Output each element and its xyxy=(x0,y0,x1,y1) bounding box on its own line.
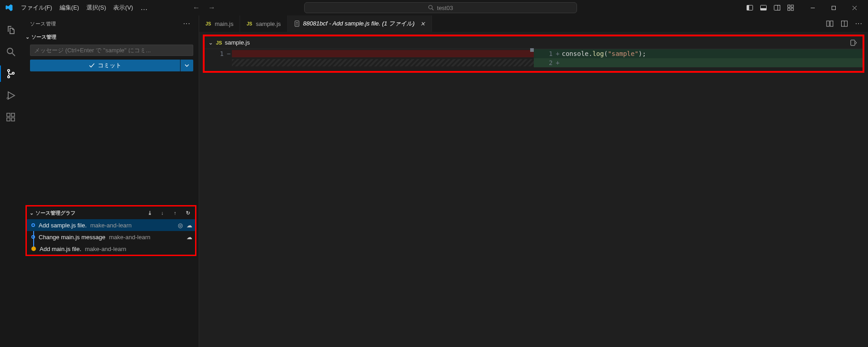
open-file-icon[interactable] xyxy=(850,39,857,46)
open-changes-icon[interactable] xyxy=(826,20,833,27)
sidebar-title: ソース管理 ··· xyxy=(22,15,199,32)
search-icon xyxy=(428,5,434,11)
head-ref-icon: ◎ xyxy=(178,222,183,229)
scm-graph-panel: ⌄ ソース管理グラフ ⤓ ↓ ↑ ↻ Add sample.js file. m… xyxy=(25,205,196,256)
svg-rect-6 xyxy=(774,5,780,10)
svg-rect-3 xyxy=(747,5,749,10)
commit-message: Change main.js message xyxy=(39,234,105,241)
commit-dropdown[interactable] xyxy=(181,60,193,71)
vscode-icon xyxy=(4,2,15,13)
sidebar-title-label: ソース管理 xyxy=(30,20,56,27)
editor-area: JS main.js JS sample.js 88081bcf - Add s… xyxy=(199,15,868,347)
graph-action-refresh-icon[interactable]: ↻ xyxy=(183,210,192,216)
sidebar: ソース管理 ··· ⌄ ソース管理 コミット ⌄ xyxy=(22,15,199,347)
diff-file-header[interactable]: ⌄ JS sample.js xyxy=(205,36,863,49)
window-minimize[interactable] xyxy=(803,0,823,15)
window-maximize[interactable] xyxy=(823,0,844,15)
js-file-icon: JS xyxy=(216,40,222,45)
svg-point-19 xyxy=(8,76,10,78)
menu-bar: ファイル(F) 編集(E) 選択(S) 表示(V) … xyxy=(17,0,152,15)
commit-message-input[interactable] xyxy=(30,45,193,56)
menu-select[interactable]: 選択(S) xyxy=(83,0,110,15)
commit-area: コミット xyxy=(22,42,199,75)
scm-graph-row[interactable]: Add main.js file. make-and-learn xyxy=(27,243,195,255)
commit-dot-icon xyxy=(31,223,35,227)
activity-extensions[interactable] xyxy=(0,106,22,128)
nav-forward[interactable]: → xyxy=(208,0,216,15)
activity-source-control[interactable] xyxy=(0,63,22,85)
js-file-icon: JS xyxy=(246,21,252,26)
graph-action-pull-icon[interactable]: ↓ xyxy=(158,210,167,216)
commit-button-label: コミット xyxy=(98,61,121,70)
commit-author: make-and-learn xyxy=(85,246,126,252)
title-actions xyxy=(743,0,865,15)
svg-line-1 xyxy=(432,9,434,10)
scm-section-label: ソース管理 xyxy=(31,34,56,40)
workbench: ソース管理 ··· ⌄ ソース管理 コミット ⌄ xyxy=(0,15,868,347)
svg-point-18 xyxy=(8,70,10,71)
menu-view[interactable]: 表示(V) xyxy=(110,0,136,15)
plus-marker: + xyxy=(555,59,561,66)
activity-run-debug[interactable] xyxy=(0,85,22,106)
chevron-down-icon: ⌄ xyxy=(30,210,34,216)
minus-marker: − xyxy=(226,50,232,57)
close-icon[interactable]: ✕ xyxy=(420,20,425,27)
menu-file[interactable]: ファイル(F) xyxy=(17,0,56,15)
commit-button[interactable]: コミット xyxy=(30,60,180,71)
js-file-icon: JS xyxy=(206,21,211,26)
window-close[interactable] xyxy=(844,0,865,15)
commit-message: Add sample.js file. xyxy=(39,222,87,229)
tab-mainjs[interactable]: JS main.js xyxy=(199,15,240,32)
plus-marker: + xyxy=(555,50,561,57)
tab-diff-commit[interactable]: 88081bcf - Add sample.js file. (1 ファイル) … xyxy=(288,15,432,32)
graph-action-fetch-icon[interactable]: ⤓ xyxy=(145,210,154,216)
menu-edit[interactable]: 編集(E) xyxy=(56,0,83,15)
scm-graph-row[interactable]: Add sample.js file. make-and-learn ◎ ☁ xyxy=(27,219,195,231)
svg-rect-13 xyxy=(832,6,836,10)
command-center[interactable]: test03 xyxy=(304,2,577,13)
commit-author: make-and-learn xyxy=(90,222,132,229)
diff-editor: ⌄ JS sample.js 1 − xyxy=(203,35,864,73)
activity-explorer[interactable] xyxy=(0,19,22,41)
tab-samplejs[interactable]: JS sample.js xyxy=(240,15,287,32)
menu-overflow[interactable]: … xyxy=(137,0,152,15)
svg-point-20 xyxy=(12,72,14,74)
diff-left[interactable]: 1 − xyxy=(205,49,534,71)
svg-rect-5 xyxy=(760,8,766,10)
graph-action-push-icon[interactable]: ↑ xyxy=(171,210,180,216)
diff-right[interactable]: 1 + console.log("sample"); 2 + xyxy=(534,49,863,71)
svg-rect-24 xyxy=(11,118,15,121)
split-editor-icon[interactable] xyxy=(841,20,848,27)
tab-label: 88081bcf - Add sample.js file. (1 ファイル) xyxy=(303,20,415,28)
toggle-primary-sidebar-icon[interactable] xyxy=(743,0,756,15)
chevron-down-icon xyxy=(185,63,189,68)
sidebar-more-icon[interactable]: ··· xyxy=(183,20,191,28)
command-center-text: test03 xyxy=(437,5,453,11)
svg-line-17 xyxy=(12,53,15,56)
added-line xyxy=(561,59,863,66)
line-number: 1 xyxy=(205,50,226,57)
svg-rect-25 xyxy=(11,113,15,116)
customize-layout-icon[interactable] xyxy=(784,0,797,15)
nav-arrows: ← → xyxy=(193,0,216,15)
svg-rect-31 xyxy=(830,21,833,26)
nav-back[interactable]: ← xyxy=(193,0,200,15)
editor-more-icon[interactable]: ··· xyxy=(855,20,863,28)
toggle-panel-icon[interactable] xyxy=(757,0,770,15)
diff-filename: sample.js xyxy=(225,39,250,46)
cloud-icon: ☁ xyxy=(186,222,192,229)
toggle-secondary-sidebar-icon[interactable] xyxy=(771,0,783,15)
scm-graph-row[interactable]: Change main.js message make-and-learn ☁ xyxy=(27,231,195,243)
svg-rect-11 xyxy=(791,8,793,10)
scm-graph-list: Add sample.js file. make-and-learn ◎ ☁ C… xyxy=(27,219,195,255)
line-number: 1 xyxy=(534,50,555,57)
tabs-actions: ··· xyxy=(826,15,868,32)
commit-dot-icon xyxy=(31,246,36,251)
scm-graph-header[interactable]: ⌄ ソース管理グラフ ⤓ ↓ ↑ ↻ xyxy=(27,206,195,219)
check-icon xyxy=(89,62,95,69)
svg-point-0 xyxy=(429,5,432,9)
editor-tabs: JS main.js JS sample.js 88081bcf - Add s… xyxy=(199,15,868,32)
activity-search[interactable] xyxy=(0,41,22,63)
removed-line xyxy=(232,50,534,57)
scm-section-header[interactable]: ⌄ ソース管理 xyxy=(22,32,199,42)
